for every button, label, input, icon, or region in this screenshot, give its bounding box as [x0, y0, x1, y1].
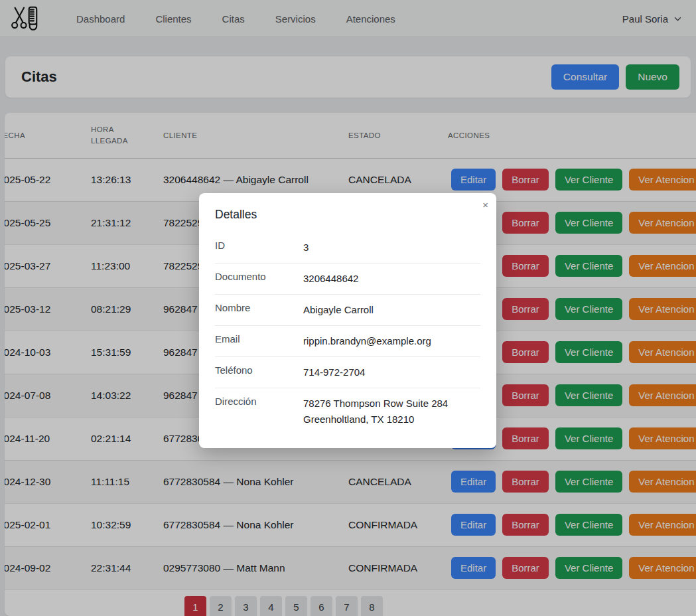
field-value: Abigayle Carroll [303, 302, 374, 318]
field-value: 3206448642 [303, 271, 358, 287]
field-row-email: Email rippin.brandyn@example.org [215, 325, 480, 356]
modal-title: Detalles [215, 208, 480, 222]
field-row-nombre: Nombre Abigayle Carroll [215, 294, 480, 325]
field-label: ID [215, 240, 303, 256]
field-label: Teléfono [215, 364, 303, 380]
field-label: Nombre [215, 302, 303, 318]
close-icon[interactable]: × [482, 200, 488, 210]
field-row-id: ID 3 [215, 232, 480, 263]
field-row-telefono: Teléfono 714-972-2704 [215, 356, 480, 388]
field-label: Email [215, 333, 303, 349]
field-value: 78276 Thompson Row Suite 284 Greenholtla… [303, 396, 480, 427]
field-value: rippin.brandyn@example.org [303, 333, 431, 349]
field-row-direccion: Dirección 78276 Thompson Row Suite 284 G… [215, 388, 480, 435]
field-label: Documento [215, 271, 303, 287]
field-value: 3 [303, 240, 309, 256]
field-label: Dirección [215, 396, 303, 427]
detalles-modal: × Detalles ID 3 Documento 3206448642 Nom… [199, 193, 496, 448]
field-row-documento: Documento 3206448642 [215, 263, 480, 294]
modal-fields: ID 3 Documento 3206448642 Nombre Abigayl… [215, 232, 480, 435]
field-value: 714-972-2704 [303, 364, 365, 380]
